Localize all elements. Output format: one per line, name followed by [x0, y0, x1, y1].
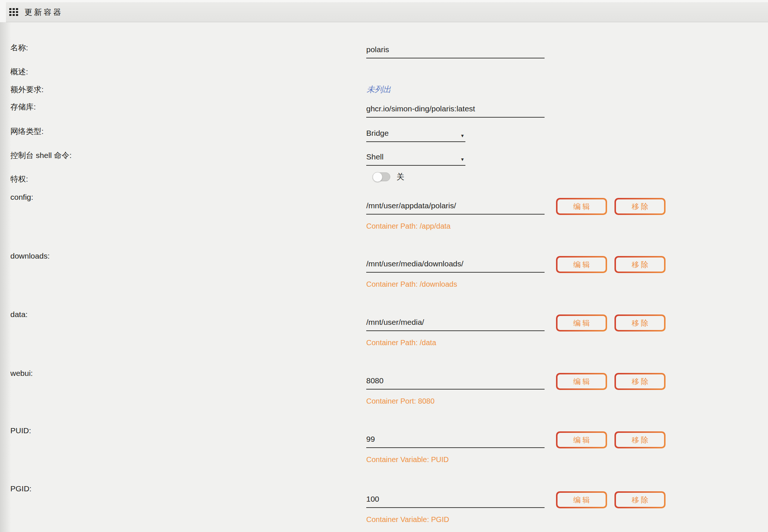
remove-button[interactable]: 移除 — [614, 431, 666, 448]
remove-button[interactable]: 移除 — [614, 256, 666, 273]
container-port-caption: Container Port: 8080 — [366, 397, 435, 405]
edit-button[interactable]: 编辑 — [556, 314, 607, 331]
chevron-down-icon: ▼ — [460, 155, 465, 164]
left-edge-shade — [0, 22, 11, 532]
downloads-path-input[interactable]: /mnt/user/media/downloads/ — [366, 259, 545, 273]
edit-button[interactable]: 编辑 — [556, 198, 607, 215]
container-path-caption: Container Path: /app/data — [366, 222, 451, 230]
privileged-toggle[interactable]: 关 — [373, 172, 404, 182]
remove-button[interactable]: 移除 — [614, 373, 666, 390]
field-label-config: config: — [10, 192, 33, 202]
field-label-webui: webui: — [10, 368, 33, 378]
puid-value-input[interactable]: 99 — [366, 434, 545, 448]
remove-button[interactable]: 移除 — [614, 491, 666, 508]
toggle-knob — [373, 172, 383, 182]
container-path-caption: Container Path: /data — [366, 339, 436, 347]
remove-button[interactable]: 移除 — [614, 314, 666, 331]
field-label-network-type: 网络类型: — [10, 127, 44, 136]
field-label-downloads: downloads: — [10, 251, 50, 261]
remove-button[interactable]: 移除 — [614, 198, 666, 215]
field-label-name: 名称: — [10, 43, 28, 53]
top-left-corner — [0, 0, 6, 22]
field-label-extra-requirements: 额外要求: — [10, 85, 44, 94]
update-container-page: 更新容器 名称: polaris 概述: 额外要求: 未列出 存储库: ghcr… — [0, 0, 768, 532]
data-path-input[interactable]: /mnt/user/media/ — [366, 317, 545, 331]
field-label-data: data: — [10, 310, 28, 319]
field-label-console-shell: 控制台 shell 命令: — [10, 151, 72, 160]
toggle-track — [373, 172, 390, 181]
field-label-overview: 概述: — [10, 67, 28, 77]
config-path-input[interactable]: /mnt/user/appdata/polaris/ — [366, 201, 545, 215]
name-input[interactable]: polaris — [366, 45, 545, 58]
container-variable-caption: Container Variable: PGID — [366, 515, 449, 524]
page-header: 更新容器 — [6, 2, 768, 22]
pgid-value-input[interactable]: 100 — [366, 494, 545, 508]
shell-command-value: Shell — [366, 152, 384, 161]
toggle-state-label: 关 — [397, 172, 404, 182]
apps-grid-icon — [9, 8, 18, 16]
not-listed-link[interactable]: 未列出 — [367, 84, 391, 95]
edit-button[interactable]: 编辑 — [556, 431, 607, 448]
field-label-puid: PUID: — [10, 426, 31, 435]
edit-button[interactable]: 编辑 — [556, 373, 607, 390]
network-type-select[interactable]: Bridge ▼ — [366, 128, 465, 142]
field-label-privileged: 特权: — [10, 174, 28, 184]
edit-button[interactable]: 编辑 — [556, 256, 607, 273]
repository-input[interactable]: ghcr.io/simon-ding/polaris:latest — [366, 104, 545, 118]
webui-port-input[interactable]: 8080 — [366, 376, 545, 390]
container-path-caption: Container Path: /downloads — [366, 280, 457, 289]
container-variable-caption: Container Variable: PUID — [366, 455, 449, 464]
field-label-repository: 存储库: — [10, 102, 36, 112]
shell-command-select[interactable]: Shell ▼ — [366, 152, 465, 166]
network-type-value: Bridge — [366, 129, 389, 137]
field-label-pgid: PGID: — [10, 484, 31, 494]
edit-button[interactable]: 编辑 — [556, 491, 607, 508]
chevron-down-icon: ▼ — [460, 131, 465, 141]
page-title: 更新容器 — [24, 7, 63, 17]
